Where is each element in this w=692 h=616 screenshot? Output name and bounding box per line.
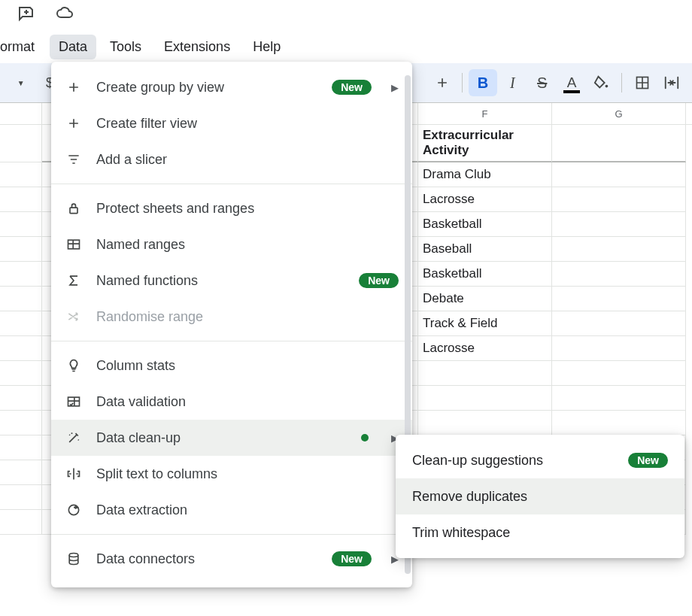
cell[interactable]: Drama Club [418,162,552,187]
cell[interactable] [418,411,552,435]
menu-label: Data clean-up [96,430,348,446]
header-cell[interactable]: Extracurricular Activity [418,125,552,162]
borders-button[interactable] [628,69,656,96]
menu-item-create-filter-view[interactable]: Create filter view [51,105,412,141]
valid-icon [65,394,83,409]
menu-item-data-connectors[interactable]: Data connectorsNew▶ [51,541,412,577]
menu-item-protect-sheets-and-ranges[interactable]: Protect sheets and ranges [51,190,412,226]
submenu-item-trim-whitespace[interactable]: Trim whitespace [396,514,684,551]
menu-label: Named functions [96,273,345,289]
menu-item-named-functions[interactable]: Named functionsNew [51,262,412,299]
wand-icon [65,430,83,445]
cell[interactable] [418,361,552,386]
cell[interactable] [552,237,686,262]
submenu-item-clean-up-suggestions[interactable]: Clean-up suggestionsNew [396,442,684,478]
new-badge: New [628,453,668,468]
menu-label: Data validation [96,394,399,410]
menu-label: Split text to columns [96,466,399,482]
named-icon [65,237,83,252]
menu-item-randomise-range: Randomise range [51,299,412,335]
cell[interactable]: Baseball [418,237,552,262]
menu-label: Named ranges [96,237,399,253]
cell[interactable]: Basketball [418,212,552,237]
plus-icon [65,116,83,131]
cell[interactable] [552,311,686,336]
cell[interactable] [552,287,686,311]
new-badge: New [359,273,399,288]
cell[interactable] [552,336,686,361]
new-badge: New [332,551,372,566]
chevron-right-icon: ▶ [391,82,399,93]
cell[interactable] [552,361,686,386]
random-icon [65,309,83,324]
cell[interactable]: Debate [418,287,552,311]
cell[interactable]: Lacrosse [418,187,552,212]
cell[interactable]: Basketball [418,262,552,287]
cell[interactable]: Lacrosse [418,336,552,361]
bulb-icon [65,358,83,373]
separator [621,73,622,93]
menu-label: Randomise range [96,309,399,325]
strike-button[interactable]: S [528,69,556,96]
slicer-icon [65,152,83,167]
submenu-label: Clean-up suggestions [412,453,618,469]
cell[interactable] [552,262,686,287]
data-menu: Create group by viewNew▶Create filter vi… [51,62,412,587]
menu-tools[interactable]: Tools [101,35,150,59]
col-header[interactable]: F [418,103,552,124]
cell[interactable] [552,212,686,237]
cell[interactable] [418,386,552,411]
cell[interactable] [552,187,686,212]
menu-label: Column stats [96,358,399,374]
menubar: ormat Data Tools Extensions Help [0,30,692,63]
menu-extensions[interactable]: Extensions [155,35,239,59]
menu-label: Add a slicer [96,152,399,168]
svg-point-0 [605,85,608,88]
cell[interactable]: Track & Field [418,311,552,336]
bold-button[interactable]: B [469,69,496,96]
submenu-label: Remove duplicates [412,489,668,505]
menu-data[interactable]: Data [50,35,96,59]
col-header[interactable]: G [552,103,686,124]
separator [462,73,463,93]
insert-plus-button[interactable] [428,69,456,96]
svg-point-5 [68,505,78,514]
submenu-label: Trim whitespace [412,525,668,541]
menu-item-data-extraction[interactable]: Data extraction [51,492,412,528]
menu-label: Protect sheets and ranges [96,201,399,217]
italic-button[interactable]: I [499,69,527,96]
new-badge: New [332,80,372,95]
menu-label: Create group by view [96,80,318,96]
lock-icon [65,201,83,216]
menu-item-named-ranges[interactable]: Named ranges [51,226,412,262]
menu-label: Data extraction [96,502,399,518]
menu-label: Create filter view [96,116,399,132]
cloud-icon[interactable] [56,5,74,26]
text-color-button[interactable]: A [557,69,585,96]
menu-item-split-text-to-columns[interactable]: Split text to columns [51,456,412,492]
cell[interactable] [552,386,686,411]
menu-item-add-a-slicer[interactable]: Add a slicer [51,141,412,178]
menu-item-data-validation[interactable]: Data validation [51,384,412,420]
svg-point-6 [69,554,78,557]
menu-label: Data connectors [96,551,318,567]
menu-format-fragment[interactable]: ormat [0,35,38,59]
menu-item-column-stats[interactable]: Column stats [51,347,412,384]
menu-item-data-clean-up[interactable]: Data clean-up▶ [51,420,412,456]
menu-item-create-group-by-view[interactable]: Create group by viewNew▶ [51,69,412,105]
merge-button[interactable] [658,69,686,96]
fill-color-button[interactable] [587,69,615,96]
svg-rect-2 [70,208,77,214]
data-cleanup-submenu: Clean-up suggestionsNewRemove duplicates… [396,435,684,558]
menu-help[interactable]: Help [244,35,290,59]
comment-add-icon[interactable] [17,5,35,26]
cell[interactable] [552,411,686,435]
split-icon [65,466,83,481]
toolbar-more-left[interactable]: ▼ [6,69,34,96]
db-icon [65,551,83,566]
cell[interactable] [552,162,686,187]
extract-icon [65,502,83,517]
submenu-item-remove-duplicates[interactable]: Remove duplicates [396,478,684,514]
sigma-icon [65,273,83,288]
plus-icon [65,80,83,95]
